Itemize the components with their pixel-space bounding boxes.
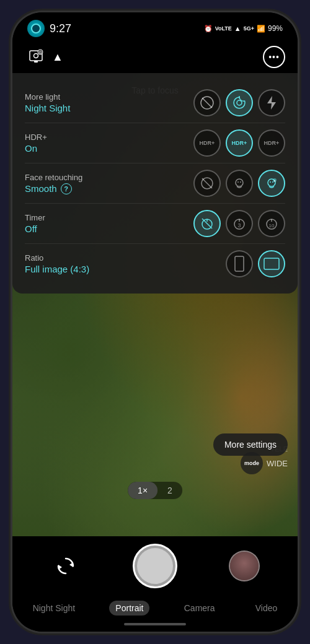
home-bar bbox=[124, 623, 186, 625]
timer-off-btn[interactable] bbox=[193, 210, 221, 237]
svg-point-7 bbox=[237, 100, 242, 105]
svg-text:10: 10 bbox=[269, 223, 275, 228]
svg-point-14 bbox=[240, 181, 241, 183]
mode-button[interactable]: mode bbox=[241, 452, 263, 474]
face-retouching-options: ✦ bbox=[193, 170, 285, 197]
ratio-landscape-icon bbox=[264, 257, 280, 271]
svg-point-1 bbox=[34, 54, 38, 58]
ratio-title: Ratio bbox=[25, 253, 226, 263]
zoom-2x-button[interactable]: 2 bbox=[157, 482, 182, 499]
ratio-landscape-btn[interactable] bbox=[258, 250, 285, 277]
svg-point-16 bbox=[270, 181, 271, 183]
more-options-button[interactable]: ••• bbox=[263, 46, 285, 68]
hdr-on-btn[interactable]: HDR+ bbox=[226, 129, 253, 157]
status-left: 9:27 bbox=[27, 20, 71, 37]
timer-label: Timer Off bbox=[25, 213, 193, 234]
face-retouching-smooth-btn[interactable]: ✦ bbox=[258, 170, 285, 197]
face-retouching-off-icon bbox=[200, 176, 214, 190]
face-retouching-row: Face retouching Smooth ? bbox=[25, 163, 285, 204]
svg-rect-30 bbox=[264, 258, 279, 269]
face-retouching-light-icon bbox=[232, 176, 246, 190]
timer-10s-icon: 10 bbox=[265, 217, 278, 230]
ratio-options bbox=[226, 250, 285, 277]
more-light-row: More light Night Sight bbox=[25, 83, 285, 123]
mode-tabs: Night Sight Portrait Camera Video bbox=[12, 596, 298, 619]
bottom-controls bbox=[12, 536, 298, 596]
no-night-sight-icon bbox=[200, 95, 215, 110]
more-light-options bbox=[193, 89, 285, 116]
gallery-thumbnail[interactable] bbox=[229, 550, 260, 581]
timer-value: Off bbox=[25, 224, 193, 234]
tab-camera[interactable]: Camera bbox=[178, 601, 221, 616]
hdr-options: HDR+ HDR+ HDR+ bbox=[193, 129, 285, 157]
status-bar: 9:27 ⏰ VoLTE ▲ 5G+ 📶 99% bbox=[12, 12, 298, 41]
face-retouching-label: Face retouching Smooth ? bbox=[25, 173, 193, 194]
timer-10s-btn[interactable]: 10 bbox=[258, 210, 285, 237]
camera-view[interactable]: Tap to focus More light Night Sight bbox=[12, 73, 298, 536]
volte-icon: VoLTE bbox=[215, 25, 232, 32]
face-retouching-value: Smooth ? bbox=[25, 183, 193, 194]
status-right: ⏰ VoLTE ▲ 5G+ 📶 99% bbox=[204, 24, 283, 33]
wifi-icon: ▲ bbox=[234, 25, 241, 32]
wide-label: WIDE bbox=[267, 459, 288, 468]
camera-top-bar: ⚙ ▲ ••• bbox=[12, 41, 298, 73]
hdr-off-btn[interactable]: HDR+ bbox=[193, 129, 221, 157]
svg-rect-2 bbox=[34, 61, 38, 63]
shutter-inner bbox=[137, 548, 173, 584]
timer-off-icon bbox=[200, 217, 214, 230]
zoom-selector: 1× 2 bbox=[128, 482, 182, 499]
face-retouching-title: Face retouching bbox=[25, 173, 193, 182]
night-sight-on-btn[interactable] bbox=[226, 89, 253, 116]
svg-point-12 bbox=[236, 179, 243, 186]
svg-text:3: 3 bbox=[237, 222, 241, 228]
timer-row: Timer Off bbox=[25, 204, 285, 244]
timer-title: Timer bbox=[25, 213, 193, 222]
tab-portrait[interactable]: Portrait bbox=[109, 601, 149, 616]
svg-point-13 bbox=[237, 181, 239, 183]
more-dots-icon: ••• bbox=[268, 52, 280, 62]
shutter-button[interactable] bbox=[133, 544, 177, 588]
battery-display: 99% bbox=[268, 24, 283, 33]
more-light-value: Night Sight bbox=[25, 103, 193, 113]
flash-icon bbox=[266, 95, 277, 110]
more-light-label: More light Night Sight bbox=[25, 92, 193, 113]
face-retouching-help-icon[interactable]: ? bbox=[61, 183, 72, 194]
svg-marker-31 bbox=[69, 562, 73, 567]
svg-line-11 bbox=[202, 178, 212, 188]
zoom-1x-button[interactable]: 1× bbox=[128, 482, 157, 499]
flash-btn[interactable] bbox=[258, 89, 285, 116]
ratio-value: Full image (4:3) bbox=[25, 264, 226, 274]
svg-text:⚙: ⚙ bbox=[38, 50, 42, 54]
svg-line-6 bbox=[202, 98, 212, 108]
hdr-enhanced-btn[interactable]: HDR+ bbox=[258, 129, 285, 157]
face-retouching-smooth-icon: ✦ bbox=[265, 176, 278, 190]
ratio-portrait-btn[interactable] bbox=[226, 250, 253, 277]
night-sight-icon bbox=[232, 95, 247, 110]
timer-options: 3 10 bbox=[193, 210, 285, 237]
camera-settings-icon: ⚙ bbox=[28, 49, 44, 65]
alarm-icon: ⏰ bbox=[204, 25, 213, 33]
time-display: 9:27 bbox=[50, 22, 71, 35]
night-sight-off-btn[interactable] bbox=[193, 89, 221, 116]
face-retouching-light-btn[interactable] bbox=[226, 170, 253, 197]
svg-marker-32 bbox=[58, 565, 62, 570]
timer-3s-btn[interactable]: 3 bbox=[226, 210, 253, 237]
app-icon bbox=[27, 20, 45, 37]
ratio-portrait-icon bbox=[234, 256, 245, 272]
flip-camera-icon bbox=[55, 555, 77, 577]
more-light-title: More light bbox=[25, 92, 193, 102]
svg-text:✦: ✦ bbox=[273, 179, 276, 183]
tab-video[interactable]: Video bbox=[249, 601, 284, 616]
5g-icon: 5G+ bbox=[244, 25, 254, 32]
tab-night-sight[interactable]: Night Sight bbox=[27, 601, 81, 616]
ratio-row: Ratio Full image (4:3) bbox=[25, 244, 285, 284]
face-retouching-off-btn[interactable] bbox=[193, 170, 221, 197]
flip-camera-button[interactable] bbox=[50, 550, 81, 581]
hdr-value: On bbox=[25, 143, 193, 154]
gallery-preview-image bbox=[230, 552, 259, 580]
camera-settings-button[interactable]: ⚙ bbox=[25, 46, 47, 68]
signal-icon: 📶 bbox=[257, 25, 265, 33]
collapse-button[interactable]: ▲ bbox=[52, 51, 63, 64]
hdr-title: HDR+ bbox=[25, 133, 193, 142]
timer-3s-icon: 3 bbox=[232, 217, 246, 230]
